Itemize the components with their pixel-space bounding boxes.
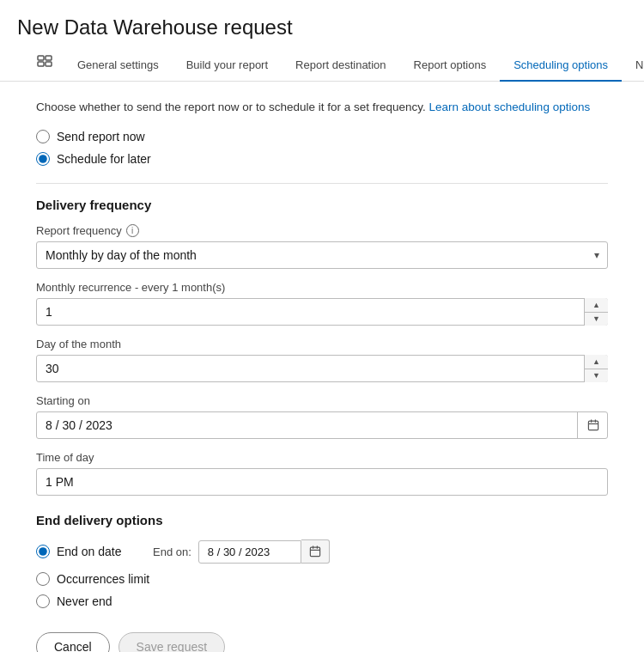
monthly-recurrence-spinner: ▲ ▼: [36, 298, 608, 326]
tabs-grid-icon[interactable]: [36, 52, 57, 77]
svg-rect-1: [46, 56, 52, 60]
day-of-month-field: Day of the month ▲ ▼: [36, 338, 608, 382]
send-now-label: Send report now: [57, 130, 145, 143]
save-request-button[interactable]: Save request: [118, 632, 226, 652]
svg-rect-4: [588, 421, 598, 430]
end-on-calendar-icon: [308, 545, 322, 558]
tabs-nav: General settings Build your report Repor…: [0, 50, 644, 82]
monthly-recurrence-field: Monthly recurrence - every 1 month(s) ▲ …: [36, 281, 608, 326]
footer-buttons: Cancel Save request: [36, 632, 608, 652]
end-delivery-options-group: End on date End on:: [36, 539, 608, 608]
starting-on-calendar-button[interactable]: [577, 411, 608, 439]
day-of-month-spinner: ▲ ▼: [36, 355, 608, 382]
schedule-later-radio[interactable]: [36, 152, 50, 166]
day-of-month-label: Day of the month: [36, 338, 608, 350]
tab-build-report[interactable]: Build your report: [173, 50, 282, 82]
tab-report-destination[interactable]: Report destination: [282, 50, 400, 82]
report-frequency-select[interactable]: Monthly by day of the month: [36, 241, 608, 269]
end-on-date-radio[interactable]: [36, 545, 50, 558]
starting-on-date-wrapper: [36, 411, 608, 439]
occurrences-limit-radio[interactable]: [36, 572, 50, 586]
end-on-date-input[interactable]: [198, 540, 301, 564]
monthly-recurrence-label: Monthly recurrence - every 1 month(s): [36, 281, 608, 294]
report-frequency-info-icon[interactable]: i: [126, 224, 139, 237]
report-frequency-label: Report frequency i: [36, 224, 608, 237]
starting-on-field: Starting on: [36, 394, 608, 439]
day-of-month-input[interactable]: [36, 355, 608, 382]
tab-report-options[interactable]: Report options: [400, 50, 501, 82]
learn-scheduling-link[interactable]: Learn about scheduling options: [429, 101, 591, 113]
monthly-recurrence-increment[interactable]: ▲: [585, 298, 608, 313]
svg-rect-0: [38, 56, 44, 60]
monthly-recurrence-spinner-buttons: ▲ ▼: [584, 298, 608, 326]
day-of-month-increment[interactable]: ▲: [585, 355, 608, 369]
send-now-radio[interactable]: [36, 130, 50, 143]
monthly-recurrence-input[interactable]: [36, 298, 608, 326]
starting-on-label: Starting on: [36, 394, 608, 407]
report-frequency-field: Report frequency i Monthly by day of the…: [36, 224, 608, 269]
report-frequency-select-wrapper: Monthly by day of the month ▾: [36, 241, 608, 269]
monthly-recurrence-decrement[interactable]: ▼: [585, 313, 608, 326]
svg-rect-8: [310, 547, 319, 556]
tab-notification-email[interactable]: Notification email: [622, 50, 644, 82]
schedule-later-label: Schedule for later: [57, 152, 151, 166]
end-on-colon-label: End on:: [153, 545, 191, 558]
page-header: New Data Warehouse request: [0, 0, 644, 50]
page-title: New Data Warehouse request: [17, 15, 627, 40]
cancel-button[interactable]: Cancel: [36, 632, 110, 652]
end-on-date-option[interactable]: End on date: [36, 545, 139, 558]
never-end-option[interactable]: Never end: [36, 594, 608, 608]
section-divider: [36, 183, 608, 184]
tab-general-settings[interactable]: General settings: [64, 50, 173, 82]
occurrences-limit-option[interactable]: Occurrences limit: [36, 572, 608, 586]
time-of-day-field: Time of day: [36, 451, 608, 496]
tab-scheduling-options[interactable]: Scheduling options: [500, 50, 622, 82]
delivery-frequency-title: Delivery frequency: [36, 198, 608, 212]
day-of-month-spinner-buttons: ▲ ▼: [584, 355, 608, 382]
starting-on-input[interactable]: [36, 411, 608, 439]
end-on-calendar-button[interactable]: [301, 539, 330, 564]
end-delivery-title: End delivery options: [36, 513, 608, 527]
content-area: Choose whether to send the report now or…: [0, 82, 644, 652]
starting-on-calendar-icon: [586, 418, 600, 432]
schedule-later-option[interactable]: Schedule for later: [36, 152, 608, 166]
end-on-date-row: End on date End on:: [36, 539, 608, 564]
end-on-date-input-wrapper: [198, 539, 330, 564]
svg-rect-2: [38, 62, 44, 66]
day-of-month-decrement[interactable]: ▼: [585, 369, 608, 383]
never-end-radio[interactable]: [36, 594, 50, 608]
send-now-option[interactable]: Send report now: [36, 130, 608, 143]
end-on-date-label: End on date: [57, 545, 122, 558]
send-options-group: Send report now Schedule for later: [36, 130, 608, 166]
occurrences-limit-label: Occurrences limit: [57, 572, 149, 586]
scheduling-description: Choose whether to send the report now or…: [36, 99, 608, 116]
svg-rect-3: [46, 62, 52, 66]
time-of-day-label: Time of day: [36, 451, 608, 464]
end-delivery-section: End delivery options End on date End on:: [36, 513, 608, 608]
end-on-date-inline: End on:: [153, 539, 330, 564]
time-of-day-input[interactable]: [36, 468, 608, 496]
never-end-label: Never end: [57, 594, 112, 608]
